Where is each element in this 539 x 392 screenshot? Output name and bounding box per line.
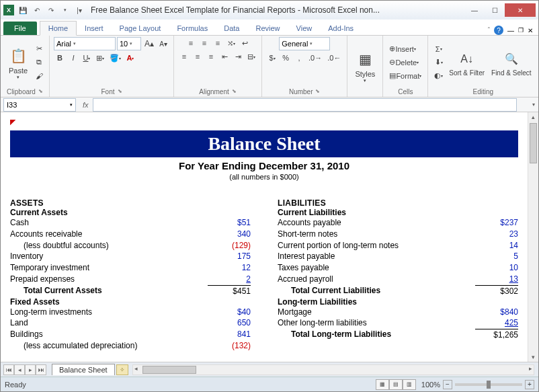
font-launcher-icon[interactable]: ⬊ <box>118 88 122 95</box>
title-bar: X 💾 ↶ ↷ ▾ |▾ Free Balance Sheet Excel Te… <box>1 1 538 19</box>
prev-sheet-icon[interactable]: ◂ <box>14 364 25 375</box>
line-value: (132) <box>208 340 251 352</box>
tab-review[interactable]: Review <box>247 22 288 35</box>
align-bottom-icon[interactable]: ≡ <box>212 37 224 49</box>
italic-button[interactable]: I <box>67 52 79 64</box>
total-current-liab-value: $302 <box>475 285 518 297</box>
fill-icon[interactable]: ⬇▾ <box>432 56 445 69</box>
styles-button[interactable]: ▦Styles▾ <box>351 47 378 85</box>
zoom-out-icon[interactable]: − <box>443 380 452 389</box>
save-icon[interactable]: 💾 <box>17 4 29 16</box>
delete-button[interactable]: ⊖ Delete ▾ <box>387 56 421 69</box>
current-assets-header: Current Assets <box>10 208 251 217</box>
sum-icon[interactable]: Σ▾ <box>432 43 445 55</box>
format-button[interactable]: ▤ Format ▾ <box>387 70 423 82</box>
qat-dd-icon[interactable]: ▾ <box>59 4 71 16</box>
clear-icon[interactable]: ◐▾ <box>432 70 445 82</box>
grow-font-icon[interactable]: A▴ <box>142 38 156 50</box>
sheet-viewport[interactable]: ◤ Balance Sheet For Year Ending December… <box>1 112 528 362</box>
align-middle-icon[interactable]: ≡ <box>198 37 210 49</box>
last-sheet-icon[interactable]: ⏭ <box>36 364 46 375</box>
orientation-icon[interactable]: ⤭▾ <box>225 37 237 49</box>
percent-icon[interactable]: % <box>280 52 292 64</box>
undo-icon[interactable]: ↶ <box>31 4 43 16</box>
tab-file[interactable]: File <box>3 22 37 35</box>
decrease-indent-icon[interactable]: ⇤ <box>218 50 231 63</box>
expand-formula-icon[interactable]: ▾ <box>529 102 538 108</box>
merge-icon[interactable]: ⊟▾ <box>245 50 257 63</box>
next-sheet-icon[interactable]: ▸ <box>25 364 36 375</box>
insert-button[interactable]: ⊕ Insert ▾ <box>387 43 418 55</box>
decrease-decimal-icon[interactable]: .0← <box>325 52 343 64</box>
fill-color-icon[interactable]: 🪣▾ <box>108 52 123 64</box>
align-right-icon[interactable]: ≡ <box>205 50 217 63</box>
doc-minimize-icon[interactable]: — <box>507 27 514 34</box>
increase-decimal-icon[interactable]: .0→ <box>306 52 324 64</box>
zoom-slider[interactable] <box>455 383 522 386</box>
first-sheet-icon[interactable]: ⏮ <box>3 364 14 375</box>
minimize-button[interactable]: — <box>464 3 485 17</box>
font-name-combo[interactable]: Arial▾ <box>54 37 116 50</box>
pagebreak-view-icon[interactable]: ▥ <box>403 379 416 390</box>
name-box[interactable]: I33▾ <box>3 98 76 112</box>
format-painter-icon[interactable]: 🖌 <box>33 70 45 82</box>
currency-icon[interactable]: $▾ <box>266 52 278 64</box>
wrap-text-icon[interactable]: ↩ <box>239 37 251 49</box>
formula-bar[interactable] <box>93 98 517 112</box>
align-center-icon[interactable]: ≡ <box>192 50 204 63</box>
tab-pagelayout[interactable]: Page Layout <box>112 22 169 35</box>
vscroll-thumb[interactable] <box>530 123 537 163</box>
doc-close-icon[interactable]: ✕ <box>528 27 533 34</box>
help-icon[interactable]: ? <box>494 26 503 35</box>
minimize-ribbon-icon[interactable]: ˆ <box>488 27 490 34</box>
alignment-launcher-icon[interactable]: ⬊ <box>232 88 237 95</box>
vertical-scrollbar[interactable] <box>528 112 538 362</box>
line-label: Current portion of long-term notes <box>278 240 475 251</box>
line-item: Other long-term liabilities425 <box>278 317 518 329</box>
line-value: 10 <box>475 262 518 274</box>
zoom-in-icon[interactable]: + <box>525 380 534 389</box>
tab-home[interactable]: Home <box>40 21 77 36</box>
cut-icon[interactable]: ✂ <box>33 43 45 55</box>
zoom-level[interactable]: 100% <box>421 381 440 389</box>
border-icon[interactable]: ⊞▾ <box>94 52 106 64</box>
find-select-button[interactable]: 🔍Find & Select <box>489 47 534 78</box>
shrink-font-icon[interactable]: A▾ <box>157 38 169 50</box>
redo-icon[interactable]: ↷ <box>45 4 57 16</box>
sheet-tab[interactable]: Balance Sheet <box>52 364 115 375</box>
increase-indent-icon[interactable]: ⇥ <box>232 50 244 63</box>
tab-data[interactable]: Data <box>216 22 247 35</box>
underline-button[interactable]: U▾ <box>81 52 93 64</box>
clipboard-launcher-icon[interactable]: ⬊ <box>38 88 43 95</box>
sort-filter-button[interactable]: A↓Sort & Filter <box>446 47 487 78</box>
tab-addins[interactable]: Add-Ins <box>320 22 362 35</box>
close-button[interactable]: ✕ <box>505 3 536 17</box>
align-top-icon[interactable]: ≡ <box>185 37 197 49</box>
normal-view-icon[interactable]: ▦ <box>376 379 389 390</box>
line-item: Long-term investments$40 <box>10 307 251 318</box>
tab-view[interactable]: View <box>288 22 321 35</box>
number-format-combo[interactable]: General▾ <box>279 37 330 50</box>
font-color-icon[interactable]: A▾ <box>124 52 136 64</box>
line-label: Short-term notes <box>278 229 475 240</box>
horizontal-scrollbar[interactable] <box>132 364 534 375</box>
tab-formulas[interactable]: Formulas <box>169 22 216 35</box>
add-sheet-icon[interactable]: ✧ <box>116 364 128 375</box>
bold-button[interactable]: B <box>54 52 66 64</box>
font-size-combo[interactable]: 10▾ <box>117 37 141 50</box>
hscroll-thumb[interactable] <box>142 366 196 374</box>
line-item: Buildings841 <box>10 329 251 340</box>
comment-indicator-icon: ◤ <box>10 118 518 126</box>
number-launcher-icon[interactable]: ⬊ <box>315 88 320 95</box>
doc-restore-icon[interactable]: ❐ <box>518 27 524 34</box>
fx-icon[interactable]: fx <box>79 101 93 109</box>
maximize-button[interactable]: ☐ <box>485 3 505 17</box>
paste-button[interactable]: 📋Paste▾ <box>5 44 32 81</box>
align-left-icon[interactable]: ≡ <box>178 50 190 63</box>
copy-icon[interactable]: ⧉ <box>33 56 45 69</box>
ribbon-tabs: File Home Insert Page Layout Formulas Da… <box>1 19 538 36</box>
pagelayout-view-icon[interactable]: ▤ <box>389 379 403 390</box>
line-item: Accrued payroll13 <box>278 274 518 285</box>
tab-insert[interactable]: Insert <box>77 22 112 35</box>
comma-icon[interactable]: , <box>293 52 305 64</box>
